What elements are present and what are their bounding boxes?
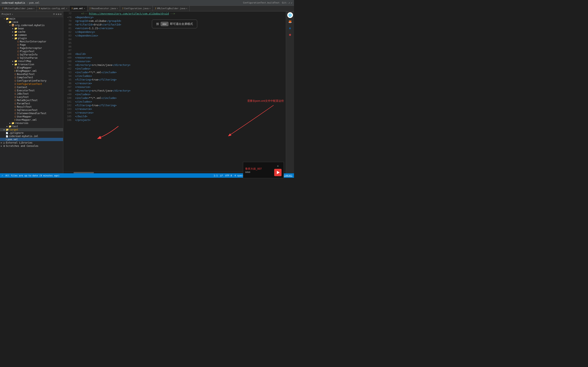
settings-icon[interactable]: ⚙: [56, 13, 57, 16]
code-line[interactable]: <directory>src/main/java</directory>: [75, 63, 286, 67]
tab-xmlconfigbuilder2[interactable]: J XMLConfigBuilder.java ×: [153, 6, 190, 11]
code-line[interactable]: <include>**/*.xml</include>: [75, 96, 286, 100]
code-line[interactable]: <include>**/*.xml</include>: [75, 71, 286, 74]
sidebar-item-pageinterceptor[interactable]: C PageInterceptor: [0, 47, 63, 50]
close-icon[interactable]: ×: [117, 7, 118, 9]
code-line[interactable]: </resource>: [75, 82, 286, 85]
sidebar-item-statementhandlertest[interactable]: C StatementHandlerTest: [0, 112, 63, 115]
sidebar-item-lazytest[interactable]: C LazyTest: [0, 95, 63, 99]
sidebar-item-executortest[interactable]: C ExecutorTest: [0, 89, 63, 92]
code-line[interactable]: [75, 38, 286, 41]
code-line[interactable]: </resource>: [75, 107, 286, 111]
sidebar-item-page[interactable]: C Page: [0, 43, 63, 47]
chevron-down-icon: ▾: [12, 13, 13, 15]
sidebar-item-resultmap[interactable]: ▶ 📁 resultMap: [0, 59, 63, 63]
close-icon[interactable]: ×: [186, 7, 187, 9]
close-icon[interactable]: ×: [33, 7, 35, 9]
sync-icon[interactable]: ⟳: [53, 13, 55, 16]
code-line[interactable]: <directory>src/test/java</directory>: [75, 89, 286, 92]
code-line[interactable]: <dependency>: [75, 16, 286, 19]
code-line[interactable]: </build>: [75, 115, 286, 118]
sidebar-item-blogmapper[interactable]: C BlogMapper: [0, 66, 63, 69]
code-line[interactable]: <filtering>true</filtering>: [75, 78, 286, 82]
close-icon[interactable]: ×: [149, 7, 150, 9]
code-line[interactable]: <resource>: [75, 59, 286, 63]
sidebar-item-sqlstatparse[interactable]: C SqlStatParse: [0, 56, 63, 59]
sidebar-item-usermapper-xml[interactable]: X UserMapper.xml: [0, 118, 63, 122]
sidebar-item-configurationfactory[interactable]: C ConfigurationFactory: [0, 79, 63, 82]
java-icon: C: [14, 99, 16, 101]
sidebar-item-sqlparseinfo[interactable]: C SqlParseInfo: [0, 53, 63, 56]
sidebar-item-plugin[interactable]: ▾ 📁 plugin: [0, 37, 63, 40]
encoding[interactable]: UTF-8: [225, 174, 232, 177]
firefox-icon[interactable]: 🦊: [287, 19, 293, 25]
code-line[interactable]: </includes>: [75, 74, 286, 78]
code-line[interactable]: [75, 49, 286, 52]
line-ending[interactable]: LF: [220, 174, 223, 177]
cursor-position[interactable]: 1:1: [214, 174, 218, 177]
code-line[interactable]: [75, 41, 286, 45]
tab-configuration[interactable]: J Configuration.java ×: [120, 6, 153, 11]
sidebar-item-bean[interactable]: ▶ 📁 bean: [0, 27, 63, 30]
sidebar-item-label: bean: [18, 27, 24, 30]
close-icon[interactable]: ×: [84, 7, 85, 9]
sidebar-item-iml[interactable]: 📄 coderead-mybatis.iml: [0, 134, 63, 138]
sidebar-item-label: StatementHandlerTest: [17, 112, 47, 115]
sidebar-item-configurationtest[interactable]: C ConfigurationTest: [0, 82, 63, 86]
code-line[interactable]: <includes>: [75, 67, 286, 71]
sidebar-item-external-libraries[interactable]: ▶ 🗂 External Libraries: [0, 141, 63, 144]
sidebar-item-monitorinterceptor[interactable]: C MonitorInterceptor: [0, 40, 63, 43]
sidebar-item-resources[interactable]: ▶ 📁 resources: [0, 122, 63, 125]
toolbar-config[interactable]: ConfigurationTest.buildTest: [243, 1, 279, 4]
code-line[interactable]: [75, 45, 286, 49]
sidebar-item-metaobjecttest[interactable]: C MetaObjectTest: [0, 99, 63, 102]
sidebar-item-main[interactable]: ▾ 📁 main: [0, 17, 63, 20]
sidebar-item-resulttest[interactable]: C ResultTest: [0, 105, 63, 108]
code-line[interactable]: <resources>: [75, 56, 286, 59]
tab-xmlconfigbuilder[interactable]: J XMLConfigBuilder.java ×: [0, 6, 37, 11]
sidebar-item-boundsqltest[interactable]: C BoundSqlTest: [0, 73, 63, 76]
collapse-icon[interactable]: ⊟: [60, 13, 61, 16]
code-line[interactable]: </dependencies>: [75, 34, 286, 38]
sidebar-item-paramtest[interactable]: C ParamTest: [0, 102, 63, 105]
code-line[interactable]: </includes>: [75, 100, 286, 104]
sidebar-item-gitignore[interactable]: 📄 .gitignore: [0, 131, 63, 134]
sidebar-item-scratches[interactable]: ▶ 🖥 Scratches and Consoles: [0, 144, 63, 148]
sidebar-item-pomxml[interactable]: X pom.xml: [0, 138, 63, 141]
close-browser-icon[interactable]: ⊗: [287, 32, 293, 38]
sidebar-item-sqlsessiontest[interactable]: C SqlSessionTest: [0, 108, 63, 112]
sidebar-item-common[interactable]: ▶ 📁 common: [0, 33, 63, 37]
sidebar-item-complextest[interactable]: C ComplexTest: [0, 76, 63, 79]
sidebar-item-plugintest[interactable]: C PluginTest: [0, 50, 63, 53]
close-icon[interactable]: ×: [66, 7, 67, 9]
play-button[interactable]: [274, 169, 282, 176]
code-lines[interactable]: <!-- https://mvnrepository.com/artifact/…: [73, 11, 286, 172]
sidebar-item-test[interactable]: ▶ 📁 test: [0, 125, 63, 128]
code-line[interactable]: <resource>: [75, 85, 286, 89]
sidebar-item-package[interactable]: ▾ 📦 org.coderead.mybatis: [0, 24, 63, 27]
expand-icon[interactable]: ⊞: [58, 13, 60, 16]
sidebar-item-jdbctest[interactable]: C JdbcTest: [0, 92, 63, 95]
sidebar-item-target[interactable]: ▶ 📁 target: [0, 128, 63, 131]
close-video-icon[interactable]: ×: [276, 164, 280, 168]
code-line[interactable]: <!-- https://mvnrepository.com/artifact/…: [75, 12, 286, 16]
tab-mybatis-config[interactable]: X mybatis-config.xml ×: [37, 6, 69, 11]
code-line[interactable]: </resources>: [75, 111, 286, 115]
code-line[interactable]: <build>: [75, 52, 286, 56]
code-line[interactable]: <filtering>true</filtering>: [75, 104, 286, 107]
sidebar-item-blogmapper-xml[interactable]: X BlogMapper.xml: [0, 69, 63, 73]
edge-icon[interactable]: e: [287, 25, 293, 31]
tab-pom[interactable]: X pom.xml ×: [69, 6, 87, 11]
code-line[interactable]: <includes>: [75, 92, 286, 96]
sidebar-item-transaction[interactable]: ▶ 📁 transaction: [0, 63, 63, 66]
sidebar-item-java[interactable]: ▾ 📁 java: [0, 20, 63, 24]
tab-reuseexecutor[interactable]: J ReuseExecutor.java ×: [87, 6, 120, 11]
code-line[interactable]: </project>: [75, 118, 286, 122]
sidebar-item-context[interactable]: C Context: [0, 86, 63, 89]
chrome-icon[interactable]: 🌐: [287, 12, 293, 18]
sidebar-item-usermapper[interactable]: C UserMapper: [0, 115, 63, 118]
sidebar-item-cache[interactable]: ▶ 📁 cache: [0, 30, 63, 33]
code-line[interactable]: </dependency>: [75, 30, 286, 34]
video-thumbnail[interactable]: 鲁班大叔_007 bilibili ×: [243, 162, 284, 178]
scrollbar-thumb[interactable]: [73, 172, 94, 173]
